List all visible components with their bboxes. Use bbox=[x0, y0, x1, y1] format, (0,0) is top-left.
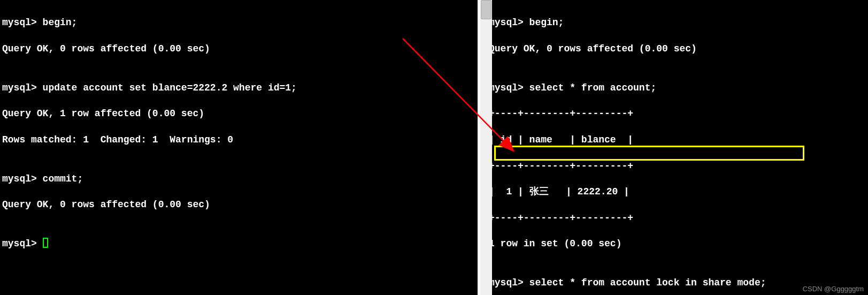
terminal-split-container: mysql> begin; Query OK, 0 rows affected … bbox=[0, 0, 868, 295]
terminal-line: +----+--------+---------+ bbox=[489, 160, 866, 172]
terminal-line: +----+--------+---------+ bbox=[489, 211, 866, 224]
terminal-line: mysql> commit; bbox=[2, 172, 475, 185]
terminal-line: mysql> update account set blance=2222.2 … bbox=[2, 81, 475, 94]
terminal-line: Query OK, 1 row affected (0.00 sec) bbox=[2, 107, 475, 120]
watermark-text: CSDN @Ggggggtm bbox=[803, 285, 864, 293]
terminal-line: mysql> begin; bbox=[489, 16, 866, 29]
terminal-line: Query OK, 0 rows affected (0.00 sec) bbox=[2, 42, 475, 55]
terminal-prompt: mysql> bbox=[2, 238, 43, 249]
terminal-line: | 1 | 张三 | 2222.20 | bbox=[489, 185, 866, 198]
cursor-icon bbox=[43, 238, 48, 248]
terminal-line: 1 row in set (0.00 sec) bbox=[489, 237, 866, 250]
scrollbar-vertical[interactable] bbox=[480, 0, 492, 295]
terminal-left-pane[interactable]: mysql> begin; Query OK, 0 rows affected … bbox=[0, 0, 480, 295]
terminal-line: mysql> select * from account; bbox=[489, 81, 866, 94]
terminal-line: | id | name | blance | bbox=[489, 133, 866, 146]
terminal-line: Query OK, 0 rows affected (0.00 sec) bbox=[2, 198, 475, 211]
terminal-line: +----+--------+---------+ bbox=[489, 107, 866, 120]
terminal-line: Query OK, 0 rows affected (0.00 sec) bbox=[489, 42, 866, 55]
scrollbar-thumb[interactable] bbox=[481, 0, 491, 19]
terminal-prompt-line: mysql> bbox=[2, 237, 475, 250]
terminal-right-pane[interactable]: mysql> begin; Query OK, 0 rows affected … bbox=[485, 0, 868, 295]
terminal-line: Rows matched: 1 Changed: 1 Warnings: 0 bbox=[2, 133, 475, 146]
terminal-line: mysql> begin; bbox=[2, 16, 475, 29]
